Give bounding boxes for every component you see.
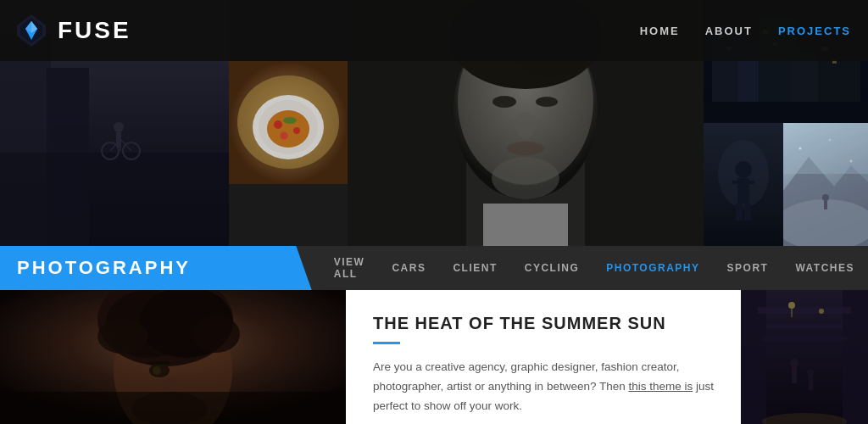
tab-view-all[interactable]: VIEW ALL (320, 246, 379, 290)
tab-watches[interactable]: WATCHES (782, 246, 868, 290)
content-title: THE HEAT OF THE SUMMER SUN (373, 314, 714, 333)
tab-cycling[interactable]: CYCLING (511, 246, 593, 290)
content-body: Are you a creative agency, graphic desig… (373, 358, 714, 416)
photography-label: PHOTOGRAPHY (0, 246, 312, 290)
main-nav: HOME ABOUT PROJECTS (640, 25, 851, 37)
food-svg (229, 61, 348, 184)
svg-rect-26 (229, 61, 348, 184)
photo-food (229, 61, 348, 184)
fuse-logo-icon (14, 13, 49, 48)
snow-svg (783, 123, 868, 246)
filter-bar: PHOTOGRAPHY VIEW ALL CARS CLIENT CYCLING… (0, 246, 868, 290)
portrait-svg (0, 290, 346, 424)
tab-cars[interactable]: CARS (378, 246, 439, 290)
logo-area: FUSE (14, 13, 131, 48)
svg-point-82 (153, 366, 161, 375)
photography-label-text: PHOTOGRAPHY (17, 257, 191, 279)
tab-photography[interactable]: PHOTOGRAPHY (593, 246, 713, 290)
photo-snow (783, 123, 868, 246)
nav-home[interactable]: HOME (640, 25, 680, 37)
lower-section: THE HEAT OF THE SUMMER SUN Are you a cre… (0, 290, 868, 424)
svg-rect-101 (741, 290, 868, 424)
tab-client[interactable]: CLIENT (439, 246, 510, 290)
nav-about[interactable]: ABOUT (705, 25, 753, 37)
photo-dark-figure (704, 123, 783, 246)
filter-tabs: VIEW ALL CARS CLIENT CYCLING PHOTOGRAPHY… (312, 246, 868, 290)
content-divider (373, 342, 400, 344)
main-content-area: THE HEAT OF THE SUMMER SUN Are you a cre… (346, 290, 741, 424)
header: FUSE HOME ABOUT PROJECTS (0, 0, 868, 61)
svg-rect-63 (704, 123, 783, 246)
content-highlight: this theme is (628, 380, 693, 393)
nav-projects[interactable]: PROJECTS (778, 25, 851, 37)
tab-sport[interactable]: SPORT (714, 246, 782, 290)
logo-text: FUSE (58, 17, 131, 44)
portrait-photo (0, 290, 346, 424)
photo-street-lower (741, 290, 868, 424)
svg-point-80 (192, 315, 240, 353)
street-lower-svg (741, 290, 868, 424)
svg-rect-86 (0, 392, 346, 424)
svg-point-79 (97, 320, 148, 354)
svg-rect-73 (783, 123, 868, 246)
svg-rect-83 (148, 361, 170, 365)
figure-svg (704, 123, 783, 246)
